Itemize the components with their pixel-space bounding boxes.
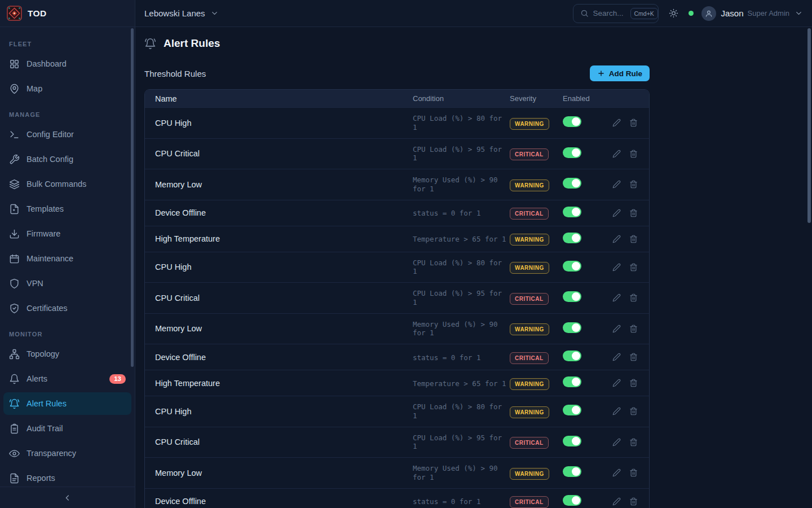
edit-rule-button[interactable]: [612, 263, 621, 271]
enabled-toggle[interactable]: [563, 207, 581, 217]
delete-rule-button[interactable]: [629, 294, 638, 302]
enabled-toggle[interactable]: [563, 147, 581, 158]
edit-rule-button[interactable]: [612, 497, 621, 506]
severity-badge: WARNING: [510, 179, 549, 191]
sidebar-item-firmware[interactable]: Firmware: [3, 222, 131, 245]
wrench-icon: [9, 154, 20, 165]
rule-condition: Temperature > 65 for 1: [413, 235, 509, 244]
enabled-toggle[interactable]: [563, 116, 581, 127]
bell-icon: [9, 374, 20, 384]
edit-rule-button[interactable]: [612, 438, 621, 446]
enabled-toggle[interactable]: [563, 178, 581, 189]
enabled-toggle[interactable]: [563, 495, 581, 506]
bell-ring-icon: [144, 38, 156, 50]
map-pin-icon: [9, 84, 20, 94]
sidebar-item-label: VPN: [27, 279, 43, 288]
sidebar-item-vpn[interactable]: VPN: [3, 272, 131, 295]
sidebar-item-certificates[interactable]: Certificates: [3, 297, 131, 319]
sidebar-item-maintenance[interactable]: Maintenance: [3, 247, 131, 270]
sidebar-item-topology[interactable]: Topology: [3, 343, 131, 365]
enabled-toggle[interactable]: [563, 405, 581, 415]
enabled-toggle[interactable]: [563, 351, 581, 361]
enabled-toggle[interactable]: [563, 466, 581, 477]
edit-rule-button[interactable]: [612, 294, 621, 302]
table-row: Memory Low Memory Used (%) > 90 for 1 WA…: [145, 169, 649, 200]
search-box[interactable]: Cmd+K: [573, 4, 659, 23]
edit-rule-button[interactable]: [612, 150, 621, 158]
sidebar-item-dashboard[interactable]: Dashboard: [3, 52, 131, 75]
search-input[interactable]: [593, 9, 626, 17]
sidebar-item-templates[interactable]: Templates: [3, 198, 131, 220]
main-scrollbar[interactable]: [807, 28, 811, 223]
table-header: Name Condition Severity Enabled: [145, 90, 649, 107]
sidebar-item-transparency[interactable]: Transparency: [3, 442, 131, 465]
rule-name: High Temperature: [145, 378, 413, 389]
edit-rule-button[interactable]: [612, 379, 621, 387]
sidebar-item-bulk-commands[interactable]: Bulk Commands: [3, 173, 131, 195]
delete-rule-button[interactable]: [629, 353, 638, 361]
delete-rule-button[interactable]: [629, 209, 638, 217]
theme-toggle-button[interactable]: [669, 8, 678, 18]
page-header: Alert Rules: [144, 37, 812, 50]
toggle-knob: [572, 148, 580, 157]
trash-icon: [629, 438, 638, 446]
edit-rule-button[interactable]: [612, 353, 621, 361]
rule-name: Memory Low: [145, 467, 413, 479]
section-label-fleet: FLEET: [0, 32, 135, 52]
edit-rule-button[interactable]: [612, 468, 621, 477]
report-icon: [9, 473, 20, 484]
table-row: Device Offline status = 0 for 1 CRITICAL: [145, 344, 649, 370]
main-area: Lebowski Lanes Cmd+K Jason Super Admin: [135, 0, 812, 508]
sidebar-collapse-button[interactable]: [0, 487, 135, 508]
delete-rule-button[interactable]: [629, 119, 638, 127]
edit-rule-button[interactable]: [612, 119, 621, 127]
avatar[interactable]: [701, 6, 716, 21]
user-menu-button[interactable]: [795, 9, 803, 17]
delete-rule-button[interactable]: [629, 180, 638, 189]
pencil-icon: [612, 294, 621, 302]
delete-rule-button[interactable]: [629, 263, 638, 271]
edit-rule-button[interactable]: [612, 407, 621, 415]
edit-rule-button[interactable]: [612, 180, 621, 189]
enabled-toggle[interactable]: [563, 376, 581, 387]
edit-rule-button[interactable]: [612, 325, 621, 333]
delete-rule-button[interactable]: [629, 150, 638, 158]
edit-rule-button[interactable]: [612, 235, 621, 243]
org-switcher[interactable]: Lebowski Lanes: [144, 8, 219, 18]
sidebar-item-audit-trail[interactable]: Audit Trail: [3, 417, 131, 440]
delete-rule-button[interactable]: [629, 325, 638, 333]
severity-badge: CRITICAL: [510, 293, 549, 305]
rule-name: CPU Critical: [145, 292, 413, 304]
rule-condition: status = 0 for 1: [413, 209, 509, 218]
edit-rule-button[interactable]: [612, 209, 621, 217]
sidebar-item-map[interactable]: Map: [3, 77, 131, 100]
download-icon: [9, 229, 20, 239]
delete-rule-button[interactable]: [629, 497, 638, 506]
enabled-toggle[interactable]: [563, 291, 581, 302]
enabled-toggle[interactable]: [563, 436, 581, 446]
sidebar-item-label: Map: [27, 84, 42, 93]
delete-rule-button[interactable]: [629, 438, 638, 446]
add-rule-button[interactable]: Add Rule: [590, 65, 650, 81]
enabled-toggle[interactable]: [563, 261, 581, 271]
trash-icon: [629, 150, 638, 158]
sidebar-item-alert-rules[interactable]: Alert Rules: [3, 392, 131, 415]
rule-name: Device Offline: [145, 207, 413, 218]
sidebar-item-batch-config[interactable]: Batch Config: [3, 148, 131, 170]
enabled-toggle[interactable]: [563, 233, 581, 243]
enabled-toggle[interactable]: [563, 322, 581, 333]
delete-rule-button[interactable]: [629, 468, 638, 477]
sidebar-scrollbar[interactable]: [131, 28, 134, 367]
sidebar-item-config-editor[interactable]: Config Editor: [3, 123, 131, 146]
org-name: Lebowski Lanes: [144, 8, 205, 18]
sidebar-item-alerts[interactable]: Alerts 13: [3, 367, 131, 390]
delete-rule-button[interactable]: [629, 379, 638, 387]
delete-rule-button[interactable]: [629, 235, 638, 243]
trash-icon: [629, 294, 638, 302]
sidebar-item-reports[interactable]: Reports: [3, 467, 131, 487]
delete-rule-button[interactable]: [629, 407, 638, 415]
eye-icon: [9, 448, 20, 459]
rule-condition: status = 0 for 1: [413, 497, 509, 506]
rule-condition: CPU Load (%) > 80 for 1: [413, 259, 509, 276]
user-icon: [705, 10, 713, 17]
